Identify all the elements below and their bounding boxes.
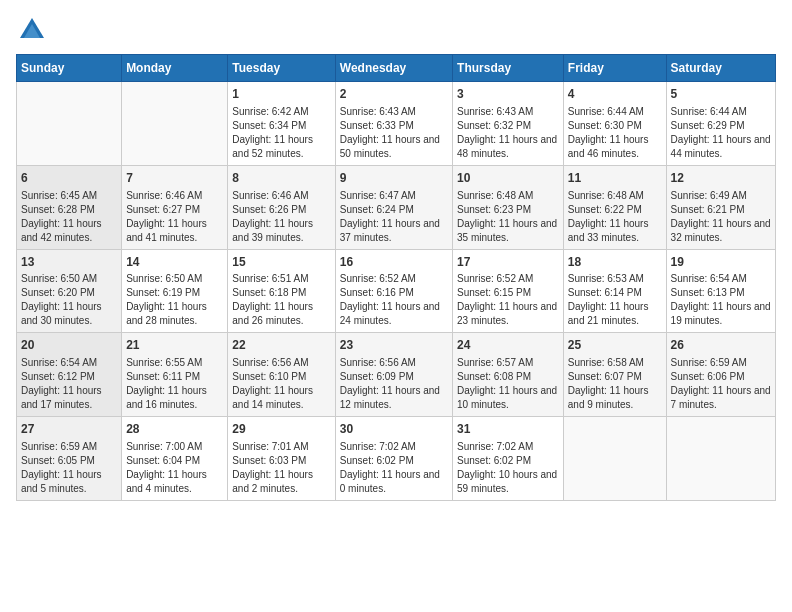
calendar-cell [666,417,775,501]
calendar-cell [17,82,122,166]
day-info: Sunrise: 6:48 AM Sunset: 6:23 PM Dayligh… [457,189,559,245]
calendar-cell: 12Sunrise: 6:49 AM Sunset: 6:21 PM Dayli… [666,165,775,249]
day-info: Sunrise: 7:00 AM Sunset: 6:04 PM Dayligh… [126,440,223,496]
day-number: 9 [340,170,448,187]
day-header-wednesday: Wednesday [335,55,452,82]
day-number: 28 [126,421,223,438]
day-info: Sunrise: 6:52 AM Sunset: 6:15 PM Dayligh… [457,272,559,328]
calendar-cell: 4Sunrise: 6:44 AM Sunset: 6:30 PM Daylig… [563,82,666,166]
day-info: Sunrise: 6:59 AM Sunset: 6:05 PM Dayligh… [21,440,117,496]
day-number: 22 [232,337,330,354]
header [16,16,776,44]
day-number: 4 [568,86,662,103]
calendar-cell: 14Sunrise: 6:50 AM Sunset: 6:19 PM Dayli… [122,249,228,333]
calendar-cell: 23Sunrise: 6:56 AM Sunset: 6:09 PM Dayli… [335,333,452,417]
day-header-monday: Monday [122,55,228,82]
calendar-cell: 13Sunrise: 6:50 AM Sunset: 6:20 PM Dayli… [17,249,122,333]
day-number: 6 [21,170,117,187]
day-info: Sunrise: 6:54 AM Sunset: 6:12 PM Dayligh… [21,356,117,412]
day-info: Sunrise: 6:48 AM Sunset: 6:22 PM Dayligh… [568,189,662,245]
calendar-cell: 22Sunrise: 6:56 AM Sunset: 6:10 PM Dayli… [228,333,335,417]
day-number: 19 [671,254,771,271]
day-info: Sunrise: 6:58 AM Sunset: 6:07 PM Dayligh… [568,356,662,412]
day-header-saturday: Saturday [666,55,775,82]
day-number: 13 [21,254,117,271]
day-info: Sunrise: 6:56 AM Sunset: 6:10 PM Dayligh… [232,356,330,412]
calendar-cell: 17Sunrise: 6:52 AM Sunset: 6:15 PM Dayli… [453,249,564,333]
day-info: Sunrise: 6:54 AM Sunset: 6:13 PM Dayligh… [671,272,771,328]
day-number: 21 [126,337,223,354]
day-info: Sunrise: 6:57 AM Sunset: 6:08 PM Dayligh… [457,356,559,412]
day-number: 10 [457,170,559,187]
day-number: 3 [457,86,559,103]
calendar-cell: 10Sunrise: 6:48 AM Sunset: 6:23 PM Dayli… [453,165,564,249]
day-number: 26 [671,337,771,354]
day-info: Sunrise: 7:02 AM Sunset: 6:02 PM Dayligh… [457,440,559,496]
day-info: Sunrise: 6:45 AM Sunset: 6:28 PM Dayligh… [21,189,117,245]
day-info: Sunrise: 6:53 AM Sunset: 6:14 PM Dayligh… [568,272,662,328]
day-info: Sunrise: 7:01 AM Sunset: 6:03 PM Dayligh… [232,440,330,496]
calendar-table: SundayMondayTuesdayWednesdayThursdayFrid… [16,54,776,501]
day-number: 1 [232,86,330,103]
calendar-header-row: SundayMondayTuesdayWednesdayThursdayFrid… [17,55,776,82]
calendar-cell: 25Sunrise: 6:58 AM Sunset: 6:07 PM Dayli… [563,333,666,417]
day-info: Sunrise: 6:43 AM Sunset: 6:33 PM Dayligh… [340,105,448,161]
day-number: 27 [21,421,117,438]
day-number: 2 [340,86,448,103]
calendar-cell: 11Sunrise: 6:48 AM Sunset: 6:22 PM Dayli… [563,165,666,249]
day-info: Sunrise: 6:47 AM Sunset: 6:24 PM Dayligh… [340,189,448,245]
week-row-4: 20Sunrise: 6:54 AM Sunset: 6:12 PM Dayli… [17,333,776,417]
calendar-cell: 2Sunrise: 6:43 AM Sunset: 6:33 PM Daylig… [335,82,452,166]
day-info: Sunrise: 6:50 AM Sunset: 6:20 PM Dayligh… [21,272,117,328]
calendar-cell: 15Sunrise: 6:51 AM Sunset: 6:18 PM Dayli… [228,249,335,333]
day-info: Sunrise: 6:46 AM Sunset: 6:27 PM Dayligh… [126,189,223,245]
logo-icon [18,16,46,44]
day-number: 29 [232,421,330,438]
day-number: 8 [232,170,330,187]
calendar-cell: 27Sunrise: 6:59 AM Sunset: 6:05 PM Dayli… [17,417,122,501]
calendar-cell: 1Sunrise: 6:42 AM Sunset: 6:34 PM Daylig… [228,82,335,166]
day-info: Sunrise: 6:49 AM Sunset: 6:21 PM Dayligh… [671,189,771,245]
day-info: Sunrise: 6:55 AM Sunset: 6:11 PM Dayligh… [126,356,223,412]
day-info: Sunrise: 6:46 AM Sunset: 6:26 PM Dayligh… [232,189,330,245]
week-row-1: 1Sunrise: 6:42 AM Sunset: 6:34 PM Daylig… [17,82,776,166]
day-info: Sunrise: 6:50 AM Sunset: 6:19 PM Dayligh… [126,272,223,328]
day-info: Sunrise: 6:56 AM Sunset: 6:09 PM Dayligh… [340,356,448,412]
calendar-cell: 31Sunrise: 7:02 AM Sunset: 6:02 PM Dayli… [453,417,564,501]
day-number: 5 [671,86,771,103]
day-info: Sunrise: 7:02 AM Sunset: 6:02 PM Dayligh… [340,440,448,496]
day-info: Sunrise: 6:44 AM Sunset: 6:30 PM Dayligh… [568,105,662,161]
calendar-cell [563,417,666,501]
day-number: 15 [232,254,330,271]
day-number: 16 [340,254,448,271]
day-number: 20 [21,337,117,354]
calendar-cell: 29Sunrise: 7:01 AM Sunset: 6:03 PM Dayli… [228,417,335,501]
calendar-cell: 5Sunrise: 6:44 AM Sunset: 6:29 PM Daylig… [666,82,775,166]
day-info: Sunrise: 6:44 AM Sunset: 6:29 PM Dayligh… [671,105,771,161]
week-row-5: 27Sunrise: 6:59 AM Sunset: 6:05 PM Dayli… [17,417,776,501]
day-number: 25 [568,337,662,354]
day-number: 17 [457,254,559,271]
calendar-cell: 28Sunrise: 7:00 AM Sunset: 6:04 PM Dayli… [122,417,228,501]
day-header-thursday: Thursday [453,55,564,82]
week-row-3: 13Sunrise: 6:50 AM Sunset: 6:20 PM Dayli… [17,249,776,333]
calendar-cell: 19Sunrise: 6:54 AM Sunset: 6:13 PM Dayli… [666,249,775,333]
calendar-cell: 18Sunrise: 6:53 AM Sunset: 6:14 PM Dayli… [563,249,666,333]
day-number: 23 [340,337,448,354]
day-number: 14 [126,254,223,271]
day-header-friday: Friday [563,55,666,82]
calendar-cell: 24Sunrise: 6:57 AM Sunset: 6:08 PM Dayli… [453,333,564,417]
day-number: 31 [457,421,559,438]
day-number: 30 [340,421,448,438]
week-row-2: 6Sunrise: 6:45 AM Sunset: 6:28 PM Daylig… [17,165,776,249]
day-info: Sunrise: 6:43 AM Sunset: 6:32 PM Dayligh… [457,105,559,161]
calendar-cell: 30Sunrise: 7:02 AM Sunset: 6:02 PM Dayli… [335,417,452,501]
day-number: 12 [671,170,771,187]
page-container: SundayMondayTuesdayWednesdayThursdayFrid… [0,0,792,517]
day-number: 24 [457,337,559,354]
day-info: Sunrise: 6:59 AM Sunset: 6:06 PM Dayligh… [671,356,771,412]
calendar-cell [122,82,228,166]
calendar-cell: 21Sunrise: 6:55 AM Sunset: 6:11 PM Dayli… [122,333,228,417]
logo [16,16,46,44]
day-number: 11 [568,170,662,187]
